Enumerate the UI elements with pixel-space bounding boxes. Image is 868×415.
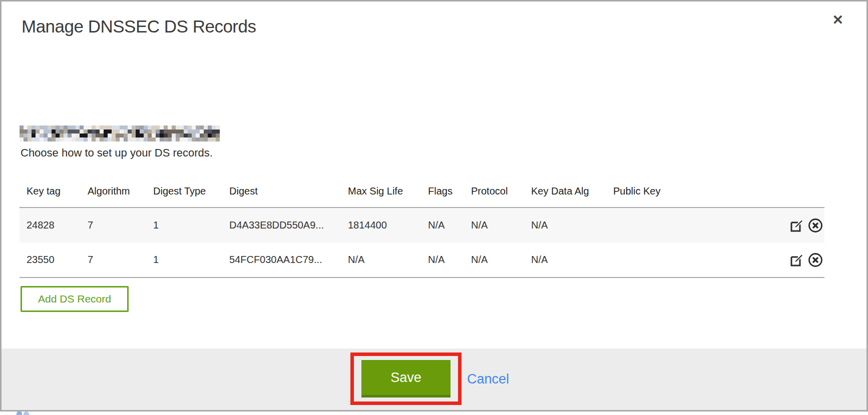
header-max-sig-life: Max Sig Life xyxy=(341,182,421,208)
header-digest-type: Digest Type xyxy=(146,182,222,208)
table-header-row: Key tag Algorithm Digest Type Digest Max… xyxy=(20,182,824,208)
delete-record-icon[interactable] xyxy=(807,218,823,234)
cell-algorithm: 7 xyxy=(81,242,146,278)
header-key-tag: Key tag xyxy=(20,182,81,208)
dialog-footer: Save Cancel xyxy=(2,348,866,410)
cell-digest-type: 1 xyxy=(146,208,222,242)
header-key-data-alg: Key Data Alg xyxy=(524,182,606,208)
delete-record-icon[interactable] xyxy=(807,252,823,268)
table-row: 24828 7 1 D4A33E8DD550A9... 1814400 N/A … xyxy=(20,208,824,242)
intro-text: Choose how to set up your DS records. xyxy=(21,146,213,160)
cell-max-sig-life: N/A xyxy=(341,242,421,278)
cell-actions xyxy=(779,242,824,278)
header-public-key: Public Key xyxy=(606,182,779,208)
cancel-link[interactable]: Cancel xyxy=(467,372,509,387)
manage-dnssec-dialog: Manage DNSSEC DS Records ✕ Choose how to… xyxy=(0,0,868,412)
ds-records-table: Key tag Algorithm Digest Type Digest Max… xyxy=(20,182,824,278)
cell-flags: N/A xyxy=(421,242,464,278)
background-page-fragment xyxy=(17,411,31,415)
cell-key-tag: 24828 xyxy=(20,208,81,242)
edit-record-icon[interactable] xyxy=(788,252,804,268)
cell-digest: D4A33E8DD550A9... xyxy=(222,208,341,242)
add-ds-record-button[interactable]: Add DS Record xyxy=(21,286,129,312)
close-icon[interactable]: ✕ xyxy=(832,14,843,27)
cell-algorithm: 7 xyxy=(81,208,146,242)
dialog-title: Manage DNSSEC DS Records xyxy=(22,16,256,36)
header-digest: Digest xyxy=(222,182,341,208)
save-highlight-annotation: Save xyxy=(350,352,462,405)
cell-flags: N/A xyxy=(421,208,464,242)
header-actions xyxy=(779,182,824,208)
cell-public-key xyxy=(606,242,779,278)
header-flags: Flags xyxy=(421,182,464,208)
cell-key-data-alg: N/A xyxy=(524,242,606,278)
cell-key-tag: 23550 xyxy=(20,242,81,278)
edit-record-icon[interactable] xyxy=(788,218,804,234)
cell-public-key xyxy=(606,208,779,242)
header-algorithm: Algorithm xyxy=(81,182,146,208)
cell-protocol: N/A xyxy=(464,208,524,242)
cell-max-sig-life: 1814400 xyxy=(341,208,421,242)
header-protocol: Protocol xyxy=(464,182,524,208)
table-row: 23550 7 1 54FCF030AA1C79... N/A N/A N/A … xyxy=(20,242,824,278)
cell-digest: 54FCF030AA1C79... xyxy=(222,242,341,278)
cell-protocol: N/A xyxy=(464,242,524,278)
cell-key-data-alg: N/A xyxy=(524,208,606,242)
redacted-domain-name xyxy=(20,126,220,142)
cell-digest-type: 1 xyxy=(146,242,222,278)
cell-actions xyxy=(779,208,824,242)
save-button[interactable]: Save xyxy=(361,360,451,398)
